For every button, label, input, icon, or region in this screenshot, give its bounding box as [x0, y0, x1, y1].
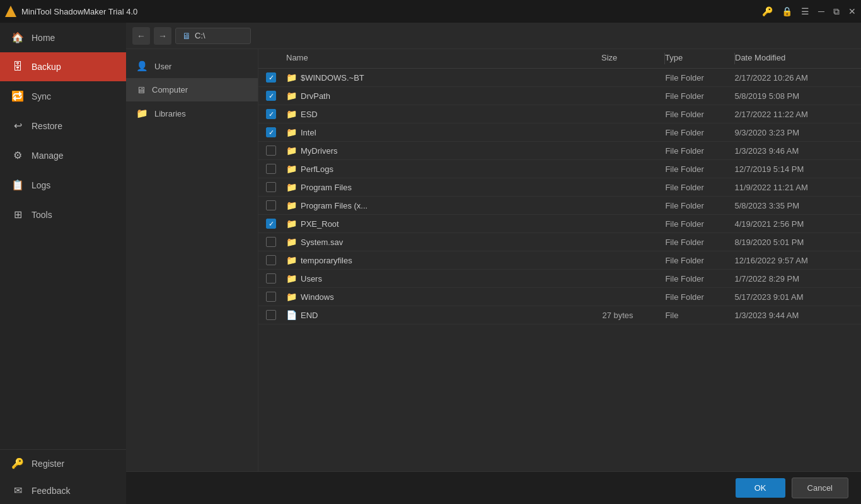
file-name-text: System.sav — [301, 238, 343, 247]
close-button[interactable]: ✕ — [848, 6, 856, 16]
minimize-button[interactable]: ─ — [818, 6, 824, 16]
sidebar-item-restore[interactable]: ↩ Restore — [0, 111, 126, 140]
row-checkbox[interactable] — [258, 72, 284, 83]
folder-icon: 📁 — [286, 255, 297, 265]
folder-icon: 📁 — [286, 91, 297, 101]
row-checkbox[interactable] — [258, 255, 284, 265]
home-icon: 🏠 — [11, 32, 24, 43]
sidebar-bottom: 🔑 Register ✉ Feedback — [0, 449, 126, 504]
back-button[interactable]: ← — [132, 27, 150, 45]
restore-icon: ↩ — [11, 120, 24, 132]
file-date: 12/16/2022 9:57 AM — [734, 256, 861, 265]
file-date: 2/17/2022 11:22 AM — [734, 110, 861, 119]
table-row: 📁IntelFile Folder9/3/2020 3:23 PM — [258, 123, 861, 142]
file-name-text: PerfLogs — [301, 164, 333, 174]
row-checkbox[interactable] — [258, 91, 284, 101]
file-name-text: temporaryfiles — [301, 256, 352, 265]
file-type: File Folder — [665, 274, 734, 284]
sidebar-item-label: Backup — [32, 62, 61, 72]
file-type: File Folder — [665, 219, 734, 229]
row-checkbox[interactable] — [258, 164, 284, 174]
folder-icon: 📁 — [286, 182, 297, 192]
table-row: 📁DrvPathFile Folder5/8/2019 5:08 PM — [258, 87, 861, 105]
tools-icon: ⊞ — [11, 209, 24, 220]
file-date: 4/19/2021 2:56 PM — [734, 219, 861, 229]
table-row: 📁ESDFile Folder2/17/2022 11:22 AM — [258, 105, 861, 123]
toolbar: ← → 🖥 C:\ — [126, 23, 861, 49]
restore-button[interactable]: ⧉ — [833, 6, 840, 17]
feedback-icon: ✉ — [11, 484, 24, 496]
file-type: File Folder — [665, 292, 734, 302]
tree-item-label: Libraries — [154, 109, 186, 118]
file-name: 📁temporaryfiles — [284, 255, 602, 265]
app-logo — [5, 6, 16, 17]
row-checkbox[interactable] — [258, 310, 284, 320]
sidebar-item-manage[interactable]: ⚙ Manage — [0, 140, 126, 170]
file-date: 8/19/2020 5:01 PM — [734, 238, 861, 247]
forward-button[interactable]: → — [154, 27, 171, 45]
file-type: File Folder — [665, 91, 734, 101]
row-checkbox[interactable] — [258, 292, 284, 302]
tree-item-user[interactable]: 👤 User — [126, 54, 258, 78]
sidebar-item-label: Restore — [32, 121, 62, 131]
rows-container: 📁$WINDOWS.~BTFile Folder2/17/2022 10:26 … — [258, 69, 861, 471]
window-controls: 🔑 🔒 ☰ ─ ⧉ ✕ — [762, 6, 856, 17]
tree-item-libraries[interactable]: 📁 Libraries — [126, 101, 258, 125]
sidebar-item-home[interactable]: 🏠 Home — [0, 23, 126, 52]
key-icon[interactable]: 🔑 — [762, 6, 773, 16]
row-checkbox[interactable] — [258, 109, 284, 119]
file-icon: 📄 — [286, 310, 297, 320]
manage-icon: ⚙ — [11, 149, 24, 161]
sidebar-item-sync[interactable]: 🔁 Sync — [0, 81, 126, 111]
table-row: 📁temporaryfilesFile Folder12/16/2022 9:5… — [258, 251, 861, 270]
file-type: File Folder — [665, 110, 734, 119]
file-type: File Folder — [665, 201, 734, 210]
menu-icon[interactable]: ☰ — [801, 6, 809, 16]
sidebar-item-tools[interactable]: ⊞ Tools — [0, 200, 126, 229]
file-type: File Folder — [665, 146, 734, 156]
row-checkbox[interactable] — [258, 273, 284, 284]
sidebar-item-register[interactable]: 🔑 Register — [0, 450, 126, 477]
file-name: 📁Intel — [284, 127, 602, 137]
sidebar-item-logs[interactable]: 📋 Logs — [0, 170, 126, 200]
libraries-tree-icon: 📁 — [136, 108, 148, 119]
file-name: 📁$WINDOWS.~BT — [284, 72, 602, 83]
file-type: File Folder — [665, 183, 734, 192]
file-name: 📁MyDrivers — [284, 146, 602, 156]
row-checkbox[interactable] — [258, 127, 284, 137]
table-row: 📁PXE_RootFile Folder4/19/2021 2:56 PM — [258, 215, 861, 233]
row-checkbox[interactable] — [258, 219, 284, 229]
table-row: 📁UsersFile Folder1/7/2022 8:29 PM — [258, 270, 861, 288]
feedback-label: Feedback — [32, 486, 70, 496]
file-date: 5/8/2023 3:35 PM — [734, 201, 861, 210]
tree-item-computer[interactable]: 🖥 Computer — [126, 78, 258, 101]
footer: OK Cancel — [126, 471, 861, 504]
row-checkbox[interactable] — [258, 200, 284, 210]
file-name-text: Program Files (x... — [301, 201, 367, 210]
folder-icon: 📁 — [286, 237, 297, 247]
table-row: 📁MyDriversFile Folder1/3/2023 9:46 AM — [258, 142, 861, 160]
row-checkbox[interactable] — [258, 237, 284, 247]
folder-icon: 📁 — [286, 292, 297, 302]
ok-button[interactable]: OK — [736, 478, 785, 498]
file-name: 📁System.sav — [284, 237, 602, 247]
sidebar-item-label: Logs — [32, 180, 50, 190]
file-date: 2/17/2022 10:26 AM — [734, 73, 861, 83]
file-name-text: Windows — [301, 292, 334, 302]
sync-icon: 🔁 — [11, 90, 24, 102]
row-checkbox[interactable] — [258, 146, 284, 156]
register-icon: 🔑 — [11, 457, 24, 469]
cancel-button[interactable]: Cancel — [792, 478, 848, 498]
folder-icon: 📁 — [286, 219, 297, 229]
file-name-text: DrvPath — [301, 91, 330, 101]
sidebar-item-label: Manage — [32, 151, 64, 161]
lock-icon[interactable]: 🔒 — [782, 6, 792, 16]
folder-icon: 📁 — [286, 164, 297, 174]
file-name-text: Program Files — [301, 183, 352, 192]
row-checkbox[interactable] — [258, 182, 284, 192]
sidebar-item-backup[interactable]: 🗄 Backup — [0, 52, 126, 81]
sidebar-item-feedback[interactable]: ✉ Feedback — [0, 477, 126, 504]
table-row: 📁WindowsFile Folder5/17/2023 9:01 AM — [258, 288, 861, 306]
file-name-text: MyDrivers — [301, 146, 338, 156]
table-row: 📄END27 bytesFile1/3/2023 9:44 AM — [258, 306, 861, 324]
